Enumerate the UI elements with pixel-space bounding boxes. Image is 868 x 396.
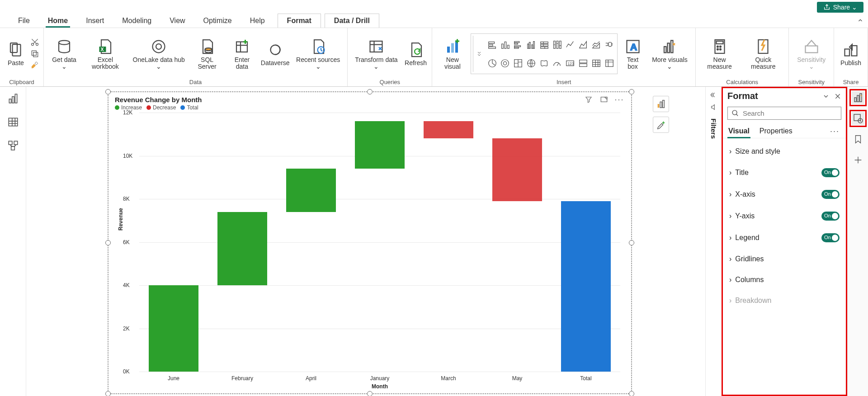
svg-rect-77 (857, 95, 859, 102)
format-pane-expand-icon[interactable] (822, 93, 830, 100)
viz-pie-icon[interactable] (486, 54, 498, 72)
tab-format-context[interactable]: Format (278, 14, 321, 28)
viz-table-icon[interactable] (590, 54, 602, 72)
viz-clustered-column-icon[interactable] (525, 36, 538, 53)
format-tab-visual[interactable]: Visual (727, 124, 750, 138)
publish-button[interactable]: Publish (838, 39, 864, 68)
viz-ribbon-icon[interactable] (603, 36, 615, 53)
viz-filled-map-icon[interactable] (538, 54, 550, 72)
focus-mode-icon[interactable] (599, 95, 609, 104)
get-data-button[interactable]: Get data ⌄ (47, 36, 81, 72)
viz-100-stacked-bar-icon[interactable] (538, 36, 550, 53)
viz-gauge-icon[interactable] (551, 54, 563, 72)
viz-stacked-bar-icon[interactable] (486, 36, 498, 53)
section-x-axis[interactable]: ›X-axisOn (723, 184, 846, 205)
format-tabs-more-icon[interactable]: ··· (830, 127, 841, 136)
excel-workbook-button[interactable]: XExcel workbook (83, 36, 128, 72)
chevron-right-icon: › (729, 147, 731, 156)
copy-icon[interactable] (30, 49, 40, 59)
text-box-button[interactable]: AText box (619, 36, 646, 72)
section-gridlines[interactable]: ›Gridlines (723, 249, 846, 269)
tab-insert[interactable]: Insert (77, 14, 113, 28)
viz-matrix-icon[interactable] (603, 54, 615, 72)
chart-bar (355, 121, 404, 169)
format-search-input[interactable] (743, 109, 837, 117)
enter-data-button[interactable]: Enter data (226, 36, 258, 72)
viz-donut-icon[interactable] (499, 54, 511, 72)
viz-stacked-column-icon[interactable] (499, 36, 511, 53)
viz-card-icon[interactable]: 123 (564, 54, 576, 72)
viz-treemap-icon[interactable] (512, 54, 524, 72)
svg-point-59 (720, 48, 721, 50)
add-pane-icon[interactable] (852, 154, 864, 166)
filters-speaker-icon[interactable] (710, 104, 717, 112)
x-axis-label: Month (372, 383, 388, 390)
svg-rect-78 (860, 94, 862, 102)
tab-data-drill-context[interactable]: Data / Drill (325, 14, 379, 28)
paste-button[interactable]: Paste (4, 39, 28, 68)
collapse-ribbon-icon[interactable] (857, 17, 863, 25)
tab-optimize[interactable]: Optimize (194, 14, 241, 28)
cut-icon[interactable] (30, 37, 40, 47)
report-view-icon[interactable] (7, 92, 19, 105)
fields-overlay-icon[interactable] (653, 96, 669, 112)
format-painter-icon[interactable] (30, 61, 40, 71)
visual-container[interactable]: ··· Revenue Change by Month IncreaseDecr… (108, 91, 632, 394)
title-toggle[interactable]: On (821, 168, 840, 177)
share-button[interactable]: Share ⌄ (817, 2, 863, 13)
visualizations-pane-icon[interactable] (852, 91, 864, 104)
queries-group-label: Queries (351, 78, 428, 86)
expand-filters-icon[interactable] (710, 91, 717, 100)
section-size-style[interactable]: ›Size and style (723, 141, 846, 162)
transform-data-button[interactable]: Transform data ⌄ (351, 36, 401, 72)
transform-icon (367, 38, 385, 56)
tab-home[interactable]: Home (39, 14, 77, 28)
section-columns[interactable]: ›Columns (723, 269, 846, 290)
format-overlay-icon[interactable] (653, 117, 669, 133)
refresh-button[interactable]: Refresh (403, 39, 429, 68)
data-pane-icon[interactable] (852, 112, 864, 125)
svg-point-75 (732, 110, 737, 115)
yaxis-toggle[interactable]: On (821, 212, 840, 221)
canvas[interactable]: ··· Revenue Change by Month IncreaseDecr… (26, 87, 705, 396)
recent-sources-button[interactable]: Recent sources ⌄ (292, 36, 344, 72)
viz-gallery-more-icon[interactable] (473, 36, 485, 72)
viz-stacked-area-icon[interactable] (590, 36, 602, 53)
chart-bar (217, 212, 267, 285)
bookmarks-pane-icon[interactable] (852, 133, 864, 146)
more-visuals-button[interactable]: More visuals ⌄ (648, 36, 692, 72)
section-legend[interactable]: ›LegendOn (723, 227, 846, 249)
tab-file[interactable]: File (9, 14, 39, 28)
insert-group-label: Insert (436, 78, 692, 86)
svg-rect-18 (488, 42, 494, 43)
section-y-axis[interactable]: ›Y-axisOn (723, 205, 846, 227)
viz-multi-row-card-icon[interactable] (577, 54, 590, 72)
viz-line-icon[interactable] (564, 36, 576, 53)
new-visual-button[interactable]: New visual (436, 36, 469, 72)
tab-help[interactable]: Help (241, 14, 274, 28)
dataverse-button[interactable]: Dataverse (259, 39, 291, 68)
data-view-icon[interactable] (7, 116, 19, 128)
section-title[interactable]: ›TitleOn (723, 162, 846, 184)
viz-map-icon[interactable] (525, 54, 538, 72)
legend-toggle[interactable]: On (821, 233, 840, 242)
format-pane-close-icon[interactable] (834, 93, 841, 100)
onelake-button[interactable]: OneLake data hub ⌄ (130, 36, 188, 72)
visual-more-options-icon[interactable]: ··· (615, 95, 624, 104)
new-measure-button[interactable]: New measure (699, 36, 740, 72)
quick-measure-button[interactable]: Quick measure (741, 36, 785, 72)
tab-modeling[interactable]: Modeling (113, 14, 160, 28)
format-search-box[interactable] (727, 107, 841, 120)
sql-server-button[interactable]: SQL Server (190, 36, 225, 72)
model-view-icon[interactable] (7, 139, 19, 152)
enter-data-icon (233, 38, 251, 56)
viz-clustered-bar-icon[interactable] (512, 36, 524, 53)
viz-100-stacked-column-icon[interactable] (551, 36, 563, 53)
format-tab-properties[interactable]: Properties (759, 124, 793, 138)
visual-filter-icon[interactable] (584, 95, 593, 104)
svg-rect-46 (580, 63, 587, 66)
tab-view[interactable]: View (160, 14, 194, 28)
xaxis-toggle[interactable]: On (821, 190, 840, 199)
viz-area-icon[interactable] (577, 36, 590, 53)
recent-icon (309, 38, 327, 56)
